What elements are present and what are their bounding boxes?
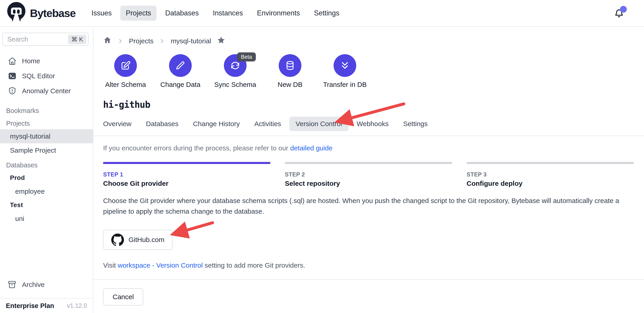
double-chevron-down-icon (334, 54, 356, 77)
notice-text: If you encounter errors during the proce… (103, 144, 290, 152)
step-2-label: STEP 2 (285, 171, 452, 178)
step-3-title: Configure deploy (466, 180, 634, 187)
tab-webhooks[interactable]: Webhooks (350, 117, 395, 131)
sidebar-item-sql-editor[interactable]: SQL Editor (0, 69, 93, 84)
sidebar-item-label: Anomaly Center (22, 87, 71, 95)
nav-settings[interactable]: Settings (309, 6, 345, 21)
step-2-title: Select repository (285, 180, 452, 187)
sidebar-section-projects: Projects (0, 118, 93, 129)
visit-prefix: Visit (103, 261, 118, 269)
change-data-button[interactable]: Change Data (158, 54, 203, 89)
brand-name: Bytebase (30, 7, 76, 20)
step-indicator: STEP 1 Choose Git provider STEP 2 Select… (103, 162, 634, 187)
sidebar-section-databases: Databases (0, 159, 93, 171)
breadcrumb-home-icon[interactable] (103, 36, 112, 46)
sidebar-item-label: Home (22, 57, 40, 65)
tab-overview[interactable]: Overview (97, 117, 138, 131)
visit-workspace-line: Visit workspace - Version Control settin… (103, 261, 634, 269)
sidebar-db-employee[interactable]: employee (0, 185, 93, 198)
sidebar-env-test[interactable]: Test (0, 198, 93, 212)
tab-change-history[interactable]: Change History (186, 117, 246, 131)
nav-issues[interactable]: Issues (86, 6, 117, 21)
step-2: STEP 2 Select repository (285, 162, 452, 187)
detailed-guide-link[interactable]: detailed guide (290, 144, 332, 152)
edit-square-icon (114, 54, 137, 77)
favorite-star-icon[interactable] (217, 36, 226, 46)
breadcrumb: Projects mysql-tutorial (103, 36, 634, 46)
new-db-button[interactable]: New DB (268, 54, 312, 89)
sidebar-section-bookmarks: Bookmarks (0, 105, 93, 117)
tab-activities[interactable]: Activities (248, 117, 287, 131)
sidebar-project-mysql-tutorial[interactable]: mysql-tutorial (0, 129, 93, 143)
breadcrumb-projects[interactable]: Projects (129, 37, 154, 45)
pencil-icon (169, 54, 192, 77)
shield-alert-icon (8, 86, 17, 96)
unread-notification-dot (620, 6, 627, 13)
step-3: STEP 3 Configure deploy (466, 162, 634, 187)
main-nav: Issues Projects Databases Instances Envi… (86, 6, 348, 21)
step-2-progress-bar (285, 162, 452, 164)
sidebar-project-sample-project[interactable]: Sample Project (0, 143, 93, 157)
action-label: Transfer in DB (323, 81, 367, 89)
search-input[interactable] (2, 33, 88, 46)
step-3-progress-bar (466, 162, 634, 164)
sidebar: ⌘ K Home SQL Editor (0, 27, 93, 313)
version-label: v1.12.0 (67, 302, 87, 309)
notification-bell-icon[interactable] (614, 8, 624, 19)
tab-settings[interactable]: Settings (397, 117, 434, 131)
plan-label: Enterprise Plan (6, 302, 54, 309)
bytebase-logo[interactable]: Bytebase (6, 2, 76, 25)
chevron-right-icon (159, 38, 165, 44)
main-content: Projects mysql-tutorial Alter Schema (93, 27, 644, 313)
github-provider-label: GitHub.com (128, 236, 164, 244)
chevron-right-icon (118, 38, 123, 44)
tab-databases[interactable]: Databases (140, 117, 185, 131)
step-1-label: STEP 1 (103, 171, 270, 178)
breadcrumb-project-name[interactable]: mysql-tutorial (171, 37, 211, 45)
home-icon (8, 56, 17, 66)
alter-schema-button[interactable]: Alter Schema (103, 54, 148, 89)
nav-databases[interactable]: Databases (160, 6, 204, 21)
step-1-progress-bar (103, 162, 270, 164)
tab-version-control[interactable]: Version Control (289, 117, 348, 131)
step-3-label: STEP 3 (466, 171, 634, 178)
beta-badge: Beta (237, 52, 256, 62)
sidebar-main-list: Home SQL Editor Anomaly Center (0, 54, 93, 98)
sync-schema-button[interactable]: Sync Schema Beta (213, 54, 258, 89)
sidebar-env-prod[interactable]: Prod (0, 171, 93, 185)
nav-projects[interactable]: Projects (120, 6, 156, 21)
archive-icon (8, 280, 17, 289)
terminal-icon (8, 71, 17, 81)
step-1: STEP 1 Choose Git provider (103, 162, 270, 187)
project-tabs: Overview Databases Change History Activi… (97, 117, 634, 131)
github-provider-button[interactable]: GitHub.com (103, 230, 172, 250)
quick-actions: Alter Schema Change Data Sync Schema Bet… (103, 54, 634, 89)
sidebar-footer: Enterprise Plan v1.12.0 (0, 298, 93, 313)
top-navbar: Bytebase Issues Projects Databases Insta… (0, 0, 644, 27)
archive-label: Archive (22, 281, 45, 288)
database-icon (279, 54, 302, 77)
workspace-version-control-link[interactable]: workspace - Version Control (118, 261, 202, 269)
project-title: hi-github (103, 99, 634, 110)
visit-suffix: setting to add more Git providers. (203, 261, 305, 269)
sidebar-item-home[interactable]: Home (0, 54, 93, 69)
bytebase-logo-icon (6, 2, 27, 25)
action-label: Change Data (160, 81, 200, 89)
search-box: ⌘ K (2, 33, 88, 46)
tabs-divider (93, 136, 644, 136)
github-icon (111, 233, 124, 246)
cancel-button[interactable]: Cancel (103, 288, 143, 305)
step-description: Choose the Git provider where your datab… (103, 195, 634, 217)
sidebar-item-anomaly-center[interactable]: Anomaly Center (0, 84, 93, 98)
action-label: Alter Schema (105, 81, 146, 89)
nav-instances[interactable]: Instances (207, 6, 248, 21)
transfer-in-db-button[interactable]: Transfer in DB (322, 54, 367, 89)
nav-environments[interactable]: Environments (252, 6, 306, 21)
sidebar-item-archive[interactable]: Archive (0, 277, 93, 292)
error-notice: If you encounter errors during the proce… (103, 144, 634, 152)
action-label: Sync Schema (214, 81, 256, 89)
step-1-title: Choose Git provider (103, 180, 270, 187)
action-label: New DB (278, 81, 302, 89)
sidebar-item-label: SQL Editor (22, 72, 55, 80)
sidebar-db-uni[interactable]: uni (0, 212, 93, 225)
